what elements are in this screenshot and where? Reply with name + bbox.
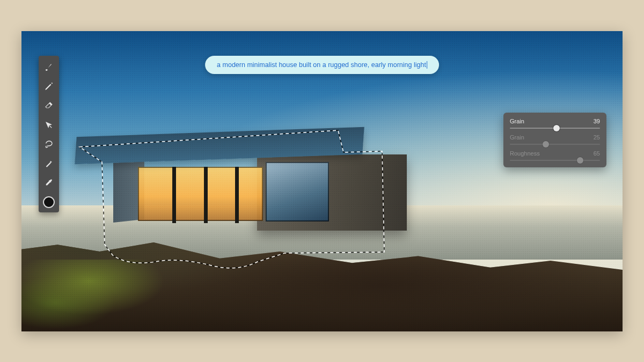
pencil-icon <box>44 82 54 91</box>
brush-tool[interactable] <box>41 60 57 74</box>
wand-icon <box>44 159 54 168</box>
slider-track[interactable] <box>510 128 600 129</box>
eyedropper-icon <box>44 178 54 188</box>
slider-thumb[interactable] <box>543 141 549 147</box>
lasso-icon <box>44 139 54 149</box>
slider-label: Roughness <box>510 150 540 157</box>
slider-row: Grain 25 <box>510 134 600 145</box>
wand-tool[interactable] <box>41 157 57 171</box>
move-tool[interactable] <box>41 118 57 132</box>
slider-value: 39 <box>594 118 600 124</box>
slider-thumb[interactable] <box>553 125 560 131</box>
prompt-input[interactable]: a modern minimalist house built on a rug… <box>205 56 439 74</box>
slider-value: 65 <box>594 150 600 157</box>
lasso-tool[interactable] <box>41 137 57 151</box>
slider-value: 25 <box>594 134 600 141</box>
eraser-tool[interactable] <box>41 99 57 113</box>
house-side-volume <box>257 154 407 231</box>
prompt-text: a modern minimalist house built on a rug… <box>217 61 426 69</box>
house-pillar <box>172 167 176 224</box>
eraser-icon <box>44 101 54 110</box>
house-pillar <box>204 167 208 224</box>
slider-thumb[interactable] <box>577 157 583 164</box>
slider-row: Roughness 65 <box>510 150 600 161</box>
canvas-wrapper: a modern minimalist house built on a rug… <box>21 31 623 331</box>
foreground-color-swatch[interactable] <box>43 196 55 208</box>
text-caret <box>427 61 427 69</box>
slider-track[interactable] <box>510 144 600 145</box>
image-canvas[interactable]: a modern minimalist house built on a rug… <box>21 31 623 331</box>
slider-row: Grain 39 <box>510 118 600 129</box>
slider-label: Grain <box>510 134 524 141</box>
adjustments-panel[interactable]: Grain 39 Grain 25 Roughness <box>503 113 606 167</box>
brush-icon <box>44 62 54 72</box>
scene-grass <box>21 260 190 331</box>
move-icon <box>44 120 54 130</box>
scene-house <box>76 127 388 250</box>
house-side-window <box>266 162 328 221</box>
house-front-glass <box>138 167 263 221</box>
house-pillar <box>235 167 239 224</box>
pencil-tool[interactable] <box>41 79 57 93</box>
vertical-toolbar <box>39 56 59 212</box>
slider-label: Grain <box>510 118 524 124</box>
slider-track[interactable] <box>510 160 600 161</box>
eyedropper-tool[interactable] <box>41 176 57 190</box>
